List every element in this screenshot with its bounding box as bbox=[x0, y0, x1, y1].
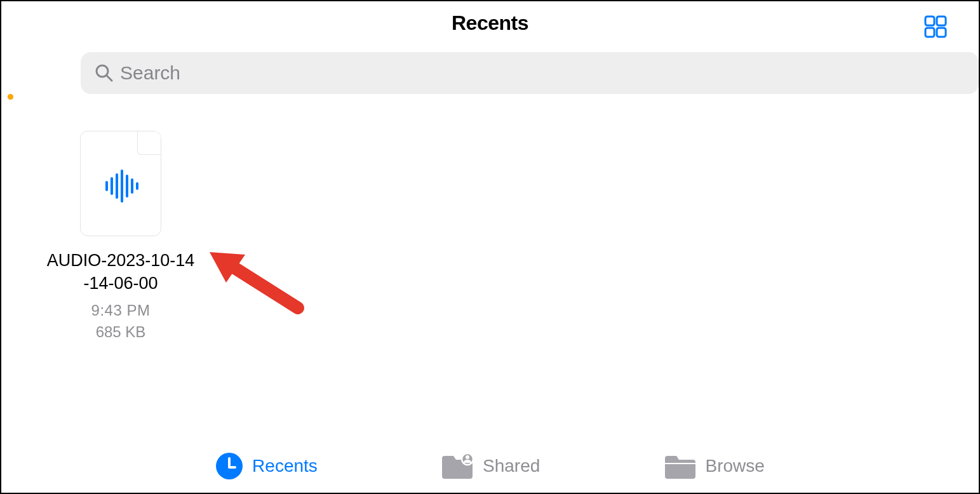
view-toggle-button[interactable] bbox=[923, 14, 948, 42]
file-name: AUDIO-2023-10-14-14-06-00 bbox=[44, 249, 197, 295]
tab-recents[interactable]: Recents bbox=[215, 452, 318, 480]
svg-rect-2 bbox=[925, 28, 934, 37]
file-time: 9:43 PM bbox=[91, 302, 151, 319]
svg-point-16 bbox=[466, 455, 469, 459]
grid-view-icon bbox=[923, 14, 948, 39]
tab-shared[interactable]: Shared bbox=[441, 452, 540, 480]
search-icon bbox=[95, 63, 114, 83]
search-input[interactable] bbox=[120, 62, 965, 84]
tab-shared-label: Shared bbox=[483, 456, 540, 476]
folder-icon bbox=[664, 452, 697, 480]
file-thumbnail bbox=[80, 131, 161, 236]
file-grid: AUDIO-2023-10-14-14-06-00 9:43 PM 685 KB bbox=[1, 94, 979, 341]
svg-rect-3 bbox=[937, 28, 946, 37]
tab-recents-label: Recents bbox=[252, 456, 318, 476]
clock-icon bbox=[215, 452, 243, 480]
status-dot bbox=[8, 94, 13, 100]
header: Recents bbox=[1, 1, 979, 44]
file-item[interactable]: AUDIO-2023-10-14-14-06-00 9:43 PM 685 KB bbox=[44, 131, 197, 341]
bottom-tab-bar: Recents Shared Browse bbox=[1, 439, 979, 493]
svg-line-5 bbox=[107, 76, 112, 81]
file-size: 685 KB bbox=[96, 323, 146, 341]
tab-browse[interactable]: Browse bbox=[664, 452, 765, 480]
page-title: Recents bbox=[452, 11, 528, 35]
svg-rect-0 bbox=[925, 17, 934, 25]
search-bar[interactable] bbox=[81, 52, 979, 94]
audio-waveform-icon bbox=[103, 168, 138, 204]
tab-browse-label: Browse bbox=[706, 456, 765, 476]
shared-folder-icon bbox=[441, 452, 474, 480]
svg-rect-1 bbox=[937, 17, 946, 25]
